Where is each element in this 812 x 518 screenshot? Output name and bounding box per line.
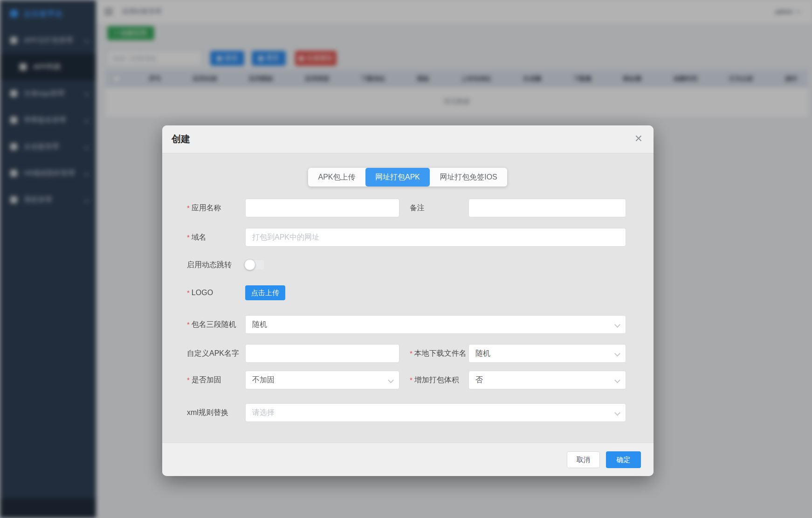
packaging-type-tabs: APK包上传 网址打包APK 网址打包免签IOS (308, 168, 507, 186)
package-random-label: *包名三段随机 (187, 315, 236, 334)
app-name-label: *应用名称 (187, 199, 221, 217)
custom-apk-name-input[interactable] (245, 344, 399, 363)
chevron-down-icon (614, 322, 620, 328)
confirm-button[interactable]: 确定 (606, 451, 641, 468)
modal-body: APK包上传 网址打包APK 网址打包免签IOS *应用名称 备注 *域名 启用… (162, 153, 654, 442)
domain-input[interactable] (245, 228, 626, 247)
remark-label: 备注 (410, 199, 425, 217)
create-modal: 创建 × APK包上传 网址打包APK 网址打包免签IOS *应用名称 备注 *… (162, 125, 654, 476)
chevron-down-icon (614, 351, 620, 357)
logo-upload-button[interactable]: 点击上传 (245, 285, 285, 300)
domain-label: *域名 (187, 228, 206, 247)
local-filename-label: *本地下载文件名 (410, 344, 467, 363)
modal-title: 创建 (172, 133, 190, 145)
tab-apk-upload[interactable]: APK包上传 (308, 168, 365, 186)
screen: 云分发平台 APP云打包管理 APP列表 分发App管理 苹果签名管理 (0, 0, 812, 518)
logo-label: *LOGO (187, 285, 213, 300)
dynamic-jump-label: 启用动态跳转 (187, 260, 232, 269)
close-icon[interactable]: × (635, 132, 642, 145)
tab-url-apk[interactable]: 网址打包APK (365, 168, 430, 186)
add-size-select[interactable]: 否 (468, 371, 626, 389)
modal-header: 创建 × (162, 125, 654, 153)
cancel-button[interactable]: 取消 (567, 451, 600, 468)
chevron-down-icon (388, 377, 394, 383)
chevron-down-icon (614, 377, 620, 383)
modal-footer: 取消 确定 (162, 442, 654, 476)
harden-label: *是否加固 (187, 371, 221, 389)
custom-apk-name-label: 自定义APK名字 (187, 344, 239, 363)
harden-select[interactable]: 不加固 (245, 371, 399, 389)
local-filename-select[interactable]: 随机 (468, 344, 626, 363)
app-name-input[interactable] (245, 199, 399, 217)
xml-rule-select[interactable]: 请选择 (245, 403, 626, 422)
tab-url-ios[interactable]: 网址打包免签IOS (430, 168, 507, 186)
dynamic-jump-toggle[interactable] (245, 260, 264, 269)
xml-rule-label: xml规则替换 (187, 403, 228, 422)
toggle-knob (245, 260, 255, 270)
chevron-down-icon (614, 410, 620, 416)
remark-input[interactable] (468, 199, 626, 217)
add-size-label: *增加打包体积 (410, 371, 459, 389)
package-random-select[interactable]: 随机 (245, 315, 626, 334)
